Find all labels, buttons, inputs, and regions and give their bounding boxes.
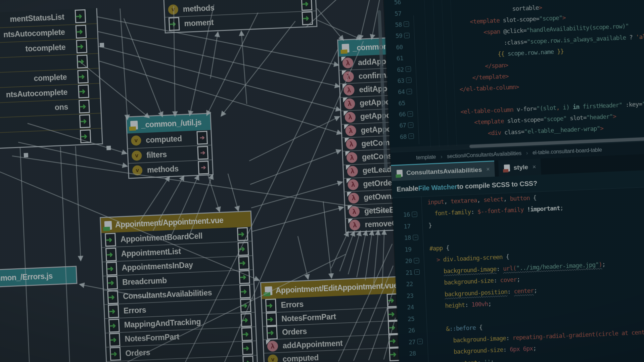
fold-marker[interactable] — [412, 269, 422, 275]
fold-marker — [401, 2, 410, 2]
fold-marker[interactable] — [411, 234, 420, 240]
node-title: _common_/util.js — [141, 118, 202, 130]
line-number[interactable]: 22 — [396, 280, 413, 288]
import-arrow-icon: ➜ — [241, 327, 252, 341]
line-number[interactable]: 18 — [394, 234, 411, 242]
member-label: AppointmentList — [121, 247, 181, 259]
line-number[interactable]: 60 — [386, 43, 403, 51]
tab-label: ConsultantsAvailabilities — [406, 166, 482, 177]
fold-marker — [413, 283, 422, 284]
method-lambda-icon: λ — [344, 98, 355, 109]
member-label: tocomplete — [25, 43, 66, 53]
method-lambda-icon: λ — [345, 125, 356, 136]
close-icon[interactable]: × — [486, 166, 490, 173]
diagram-node-errors-js[interactable]: mmon_/Errors.js — [0, 266, 77, 287]
breadcrumb-item-el-table[interactable]: el-table.consultant-board-table — [533, 147, 602, 156]
line-number[interactable]: 64 — [387, 88, 405, 96]
usage-icon: ➔ — [197, 146, 209, 160]
line-number[interactable]: 63 — [387, 77, 404, 85]
fold-marker[interactable] — [406, 133, 416, 139]
method-lambda-icon: λ — [343, 85, 355, 96]
fold-marker[interactable] — [410, 211, 419, 217]
line-number[interactable]: 16 — [393, 211, 410, 219]
code-text: &::before { — [424, 324, 482, 333]
line-number[interactable]: 57 — [384, 10, 401, 17]
line-number[interactable]: 23 — [396, 292, 413, 300]
line-number[interactable]: 66 — [388, 110, 406, 118]
line-number[interactable]: 28 — [399, 350, 416, 358]
banner-text: to compile SCSS to CSS? — [457, 179, 538, 190]
diagram-node-appointment-vue[interactable]: Appointment/Appointment.vue ➜Appointment… — [100, 211, 260, 362]
fold-marker — [413, 295, 423, 296]
fold-marker[interactable] — [412, 258, 421, 263]
line-number[interactable]: 59 — [385, 32, 402, 40]
fold-marker — [414, 318, 424, 319]
member-label: ntsAutocomplete — [3, 28, 65, 40]
fold-marker — [403, 58, 413, 58]
fold-marker — [405, 102, 414, 103]
vue-file-icon — [104, 221, 112, 230]
line-number[interactable]: 27 — [398, 338, 415, 346]
line-number[interactable]: 17 — [394, 223, 411, 230]
line-number[interactable]: 62 — [387, 66, 404, 74]
line-number[interactable]: 65 — [388, 99, 405, 107]
vue-file-icon — [397, 170, 403, 177]
fold-marker — [414, 307, 423, 307]
member-label: Orders — [282, 327, 307, 337]
import-arrow-icon: ➜ — [266, 326, 278, 340]
fold-marker[interactable] — [404, 78, 414, 83]
diagram-node-component-list[interactable]: mentStatusList➜ntsAutocomplete➜tocomplet… — [0, 8, 103, 149]
member-label: mentStatusList — [10, 12, 64, 24]
import-arrow-icon: ➜ — [301, 0, 313, 11]
member-label: methods — [147, 164, 179, 175]
method-lambda-icon: λ — [267, 341, 278, 352]
code-text: } — [419, 222, 432, 229]
line-number[interactable] — [393, 203, 409, 203]
fold-marker[interactable] — [405, 89, 414, 94]
line-number[interactable]: 26 — [398, 327, 415, 334]
line-number[interactable]: 58 — [385, 21, 402, 29]
breadcrumb-item-template[interactable]: template — [416, 154, 436, 161]
code-text: #app { — [420, 244, 449, 253]
vue-code-editor[interactable]: 56 fixed57 sortable>58 <template slot-sc… — [384, 0, 644, 149]
line-number[interactable]: 68 — [389, 133, 407, 141]
fold-marker[interactable] — [405, 111, 415, 117]
line-number[interactable]: 21 — [395, 269, 412, 277]
member-label: computed — [146, 134, 182, 145]
member-label: filters — [146, 150, 167, 160]
banner-text: Enable — [397, 184, 418, 193]
fold-marker[interactable] — [402, 33, 412, 38]
node-header[interactable]: mmon_/Errors.js — [0, 267, 76, 287]
line-number[interactable]: 19 — [395, 246, 412, 254]
breadcrumb-item-section[interactable]: section#ConsultantsAvailabilities — [447, 150, 522, 160]
member-label: complete — [34, 73, 67, 83]
computed-property-icon: v — [131, 135, 141, 146]
fold-marker — [410, 226, 420, 226]
member-label: moment — [184, 18, 214, 28]
line-number[interactable]: 67 — [389, 122, 406, 130]
line-number[interactable]: 61 — [386, 54, 403, 62]
line-number[interactable]: 56 — [384, 0, 401, 6]
import-arrow-icon: ➜ — [79, 99, 90, 113]
line-number[interactable]: 20 — [395, 257, 412, 265]
import-arrow-icon: ➜ — [169, 17, 180, 31]
diagram-node-edit-appointment-vue[interactable]: Appointment/EditAppointment.vue ➜Errors➜… — [260, 276, 406, 362]
import-arrow-icon: ➜ — [107, 276, 118, 290]
file-watcher-link[interactable]: File Watcher — [418, 183, 457, 192]
import-arrow-icon: ➜ — [242, 342, 253, 355]
fold-marker[interactable] — [404, 66, 413, 72]
close-icon[interactable]: × — [532, 163, 536, 170]
member-label: AppointmentBoardCell — [120, 231, 202, 244]
fold-marker[interactable] — [402, 21, 411, 27]
import-arrow-icon: ➜ — [77, 55, 88, 69]
member-row[interactable]: vmethods➔ — [129, 160, 213, 178]
tab-style[interactable]: style × — [498, 159, 541, 176]
line-number[interactable]: 24 — [397, 304, 414, 311]
fold-marker[interactable] — [415, 339, 425, 345]
line-number[interactable]: 25 — [397, 315, 414, 323]
scss-code-editor[interactable]: input, textarea, select, button {16 font… — [392, 185, 644, 362]
fold-marker[interactable] — [406, 122, 416, 128]
diagram-node-util-js[interactable]: _common_/util.js vcomputed➔vfilters➔vmet… — [126, 113, 214, 179]
diagram-node-top[interactable]: vmethods➜➜moment➜ — [163, 0, 318, 34]
ide-screenshot: mentStatusList➜ntsAutocomplete➜tocomplet… — [0, 0, 644, 362]
